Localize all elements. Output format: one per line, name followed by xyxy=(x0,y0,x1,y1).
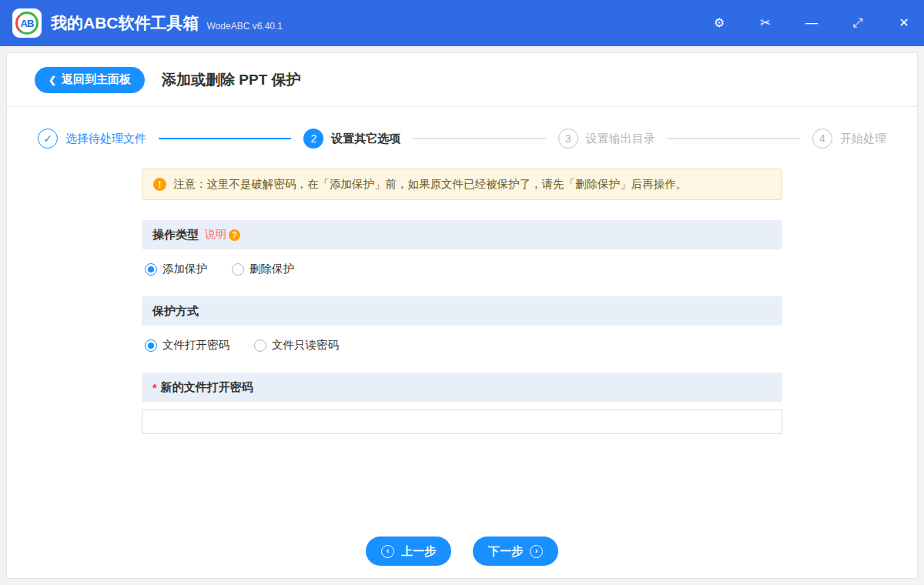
radio-label: 文件只读密码 xyxy=(272,338,339,353)
arrow-right-icon: › xyxy=(530,545,543,558)
step-4: 4 开始处理 xyxy=(812,129,886,149)
back-button-label: 返回到主面板 xyxy=(62,72,131,87)
radio-readonly-password[interactable]: 文件只读密码 xyxy=(254,338,339,353)
radio-label: 添加保护 xyxy=(162,262,207,276)
notice-text: 注意：这里不是破解密码，在「添加保护」前，如果原文件已经被保护了，请先「删除保护… xyxy=(173,177,687,192)
step-3-number: 3 xyxy=(558,129,578,149)
warning-icon: ! xyxy=(153,178,166,191)
footer-nav: ‹ 上一步 下一步 › xyxy=(7,537,917,566)
scissors-icon[interactable]: ✂ xyxy=(758,17,773,29)
protection-mode-title: 保护方式 xyxy=(152,304,199,319)
close-icon[interactable]: ✕ xyxy=(896,17,912,29)
section-header-operation-type: 操作类型 说明 ? xyxy=(142,220,782,249)
next-step-button[interactable]: 下一步 › xyxy=(473,537,558,566)
radio-icon xyxy=(145,339,157,352)
step-1: ✓ 选择待处理文件 xyxy=(38,129,146,149)
content-column: ! 注意：这里不是破解密码，在「添加保护」前，如果原文件已经被保护了，请先「删除… xyxy=(142,169,782,434)
back-to-dashboard-button[interactable]: ❮ 返回到主面板 xyxy=(35,67,145,93)
resize-icon[interactable]: ⤢ xyxy=(850,17,865,29)
new-password-title: 新的文件打开密码 xyxy=(161,380,253,395)
required-asterisk: * xyxy=(152,381,157,394)
operation-type-options: 添加保护 删除保护 xyxy=(142,262,782,276)
step-2: 2 设置其它选项 xyxy=(303,129,400,149)
password-input[interactable] xyxy=(142,410,782,434)
next-step-label: 下一步 xyxy=(488,544,523,559)
question-icon[interactable]: ? xyxy=(229,229,240,241)
radio-icon xyxy=(145,263,157,276)
prev-step-label: 上一步 xyxy=(401,544,436,559)
radio-open-password[interactable]: 文件打开密码 xyxy=(145,338,229,353)
app-title: 我的ABC软件工具箱 xyxy=(51,12,199,34)
back-chevron-icon: ❮ xyxy=(49,75,56,85)
minimize-icon[interactable]: — xyxy=(804,17,819,29)
section-header-new-password: * 新的文件打开密码 xyxy=(142,373,782,402)
radio-label: 删除保护 xyxy=(249,262,294,276)
protection-mode-options: 文件打开密码 文件只读密码 xyxy=(142,338,782,353)
arrow-left-icon: ‹ xyxy=(381,545,394,558)
step-1-check-icon: ✓ xyxy=(38,129,58,149)
step-connector xyxy=(159,138,291,139)
app-version: WodeABC v6.40.1 xyxy=(207,21,283,32)
notice-banner: ! 注意：这里不是破解密码，在「添加保护」前，如果原文件已经被保护了，请先「删除… xyxy=(142,169,782,200)
step-4-number: 4 xyxy=(812,129,832,149)
operation-help-link[interactable]: 说明 xyxy=(205,228,226,242)
step-indicator: ✓ 选择待处理文件 2 设置其它选项 3 设置输出目录 4 开始处理 xyxy=(38,129,886,149)
step-connector xyxy=(413,138,545,139)
panel-header: ❮ 返回到主面板 添加或删除 PPT 保护 xyxy=(7,53,917,107)
step-3: 3 设置输出目录 xyxy=(558,129,655,149)
step-2-number: 2 xyxy=(303,129,323,149)
settings-icon[interactable]: ⚙ xyxy=(711,17,727,29)
logo-ring: AB xyxy=(15,12,38,35)
radio-remove-protection[interactable]: 删除保护 xyxy=(232,262,294,276)
step-3-label: 设置输出目录 xyxy=(586,132,655,146)
step-4-label: 开始处理 xyxy=(840,132,886,146)
titlebar-controls: ⚙ ✂ — ⤢ ✕ xyxy=(711,17,912,29)
step-1-label: 选择待处理文件 xyxy=(65,132,146,146)
step-connector xyxy=(668,138,800,139)
section-header-protection-mode: 保护方式 xyxy=(142,296,782,326)
prev-step-button[interactable]: ‹ 上一步 xyxy=(366,537,451,566)
main-panel: ❮ 返回到主面板 添加或删除 PPT 保护 ✓ 选择待处理文件 2 设置其它选项… xyxy=(6,52,918,579)
radio-label: 文件打开密码 xyxy=(162,338,229,353)
logo-text: AB xyxy=(21,18,34,29)
radio-icon xyxy=(232,263,244,276)
titlebar: AB 我的ABC软件工具箱 WodeABC v6.40.1 ⚙ ✂ — ⤢ ✕ xyxy=(0,0,924,46)
page-title: 添加或删除 PPT 保护 xyxy=(162,70,301,90)
radio-icon xyxy=(254,339,266,352)
radio-add-protection[interactable]: 添加保护 xyxy=(145,262,207,276)
app-logo-icon: AB xyxy=(12,8,42,38)
operation-type-title: 操作类型 xyxy=(152,228,199,242)
step-2-label: 设置其它选项 xyxy=(331,132,400,146)
